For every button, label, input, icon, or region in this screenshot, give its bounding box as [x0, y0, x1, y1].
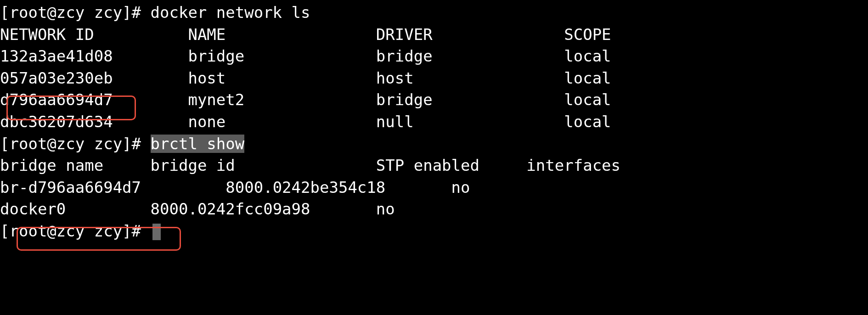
cell-id: dbc36207d634	[0, 112, 113, 131]
brctl-row: br-d796aa6694d7 8000.0242be354c18 no	[0, 177, 868, 199]
cell-name: mynet2	[188, 90, 244, 109]
cell-driver: bridge	[376, 47, 433, 65]
shell-prompt: [root@zcy zcy]#	[0, 222, 151, 240]
cell-id: d796aa6694d7	[0, 90, 113, 109]
cell-bridge-name: br-d796aa6694d7	[0, 178, 141, 197]
col-network-id: NETWORK ID	[0, 25, 94, 44]
cursor	[152, 224, 161, 240]
cell-stp: no	[376, 200, 395, 218]
docker-network-header: NETWORK ID NAME DRIVER SCOPE	[0, 24, 868, 46]
col-name: NAME	[188, 25, 225, 44]
cell-scope: local	[564, 69, 611, 87]
cell-driver: bridge	[376, 90, 433, 109]
command-text-highlighted: brctl show	[151, 135, 245, 153]
cell-bridge-id: 8000.0242fcc09a98	[151, 200, 310, 218]
docker-network-row: 057a03e230eb host host local	[0, 68, 868, 90]
cell-id: 132a3ae41d08	[0, 47, 113, 65]
terminal-line: [root@zcy zcy]# brctl show	[0, 133, 868, 155]
docker-network-row: dbc36207d634 none null local	[0, 111, 868, 133]
shell-prompt: [root@zcy zcy]#	[0, 3, 151, 22]
cell-bridge-name: docker0	[0, 200, 66, 218]
cell-driver: null	[376, 112, 414, 131]
col-interfaces: interfaces	[526, 156, 620, 174]
cell-stp: no	[451, 178, 470, 197]
shell-prompt: [root@zcy zcy]#	[0, 135, 151, 153]
cell-driver: host	[376, 69, 414, 87]
docker-network-row: d796aa6694d7 mynet2 bridge local	[0, 89, 868, 111]
cell-scope: local	[564, 112, 611, 131]
cell-name: host	[188, 69, 225, 87]
brctl-row: docker0 8000.0242fcc09a98 no	[0, 198, 868, 220]
command-text: docker network ls	[151, 3, 310, 22]
cell-bridge-id: 8000.0242be354c18	[225, 178, 385, 197]
terminal-line[interactable]: [root@zcy zcy]#	[0, 220, 868, 242]
brctl-header: bridge name bridge id STP enabled interf…	[0, 155, 868, 177]
cell-name: none	[188, 112, 225, 131]
col-scope: SCOPE	[564, 25, 611, 44]
cell-name: bridge	[188, 47, 244, 65]
cell-scope: local	[564, 47, 611, 65]
cell-id: 057a03e230eb	[0, 69, 113, 87]
col-driver: DRIVER	[376, 25, 433, 44]
docker-network-row: 132a3ae41d08 bridge bridge local	[0, 45, 868, 68]
col-bridge-id: bridge id	[151, 156, 235, 174]
terminal-line: [root@zcy zcy]# docker network ls	[0, 2, 868, 24]
col-bridge-name: bridge name	[0, 156, 103, 174]
cell-scope: local	[564, 90, 611, 109]
col-stp: STP enabled	[376, 156, 479, 174]
